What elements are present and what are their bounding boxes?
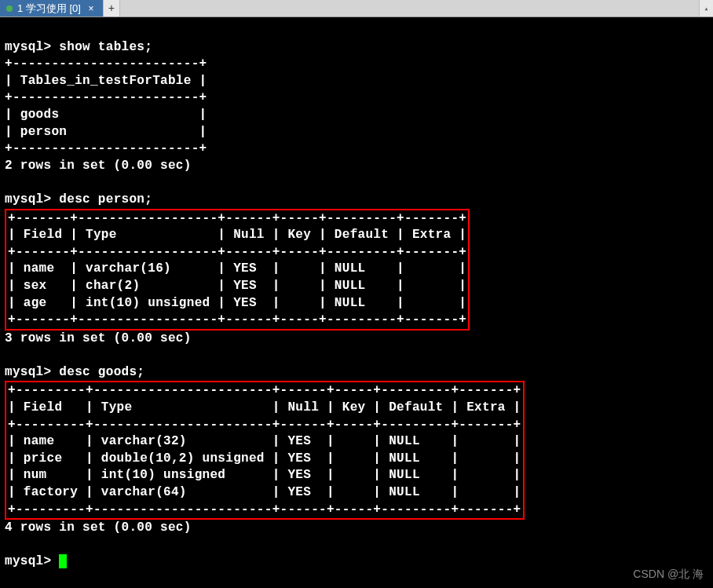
terminal-output[interactable]: mysql> show tables; +-------------------… bbox=[0, 17, 713, 575]
highlight-box-person: +-------+------------------+------+-----… bbox=[5, 209, 470, 331]
watermark: CSDN @北 海 bbox=[633, 568, 704, 582]
table-header: | Field | Type | Null | Key | Default | … bbox=[8, 228, 466, 242]
table-row: | age | int(10) unsigned | YES | | NULL … bbox=[8, 296, 466, 310]
table-header: | Field | Type | Null | Key | Default | … bbox=[8, 400, 521, 415]
result-summary: 2 rows in set (0.00 sec) bbox=[5, 159, 192, 173]
status-dot-icon bbox=[6, 5, 13, 12]
result-summary: 3 rows in set (0.00 sec) bbox=[5, 331, 192, 345]
table-row: | sex | char(2) | YES | | NULL | | bbox=[8, 279, 466, 293]
table-border: +------------------------+ bbox=[5, 90, 207, 104]
command-desc-goods: desc goods; bbox=[59, 365, 144, 379]
result-summary: 4 rows in set (0.00 sec) bbox=[5, 520, 192, 535]
table-border: +---------+-----------------------+-----… bbox=[8, 383, 521, 397]
table-border: +---------+-----------------------+-----… bbox=[8, 418, 521, 432]
table-row: | price | double(10,2) unsigned | YES | … bbox=[8, 451, 521, 466]
tab-label: 1 学习使用 [0] bbox=[17, 2, 81, 16]
table-border: +------------------------+ bbox=[5, 141, 207, 155]
scroll-up-icon[interactable]: ▴ bbox=[699, 0, 713, 16]
prompt: mysql> bbox=[5, 40, 51, 54]
table-row: | name | varchar(32) | YES | | NULL | | bbox=[8, 434, 521, 448]
table-row: | goods | bbox=[5, 108, 207, 122]
highlight-box-goods: +---------+-----------------------+-----… bbox=[5, 381, 525, 520]
prompt: mysql> bbox=[5, 192, 51, 206]
prompt: mysql> bbox=[5, 554, 51, 568]
table-border: +-------+------------------+------+-----… bbox=[8, 211, 466, 225]
table-row: | num | int(10) unsigned | YES | | NULL … bbox=[8, 468, 521, 482]
command-show-tables: show tables; bbox=[59, 40, 152, 54]
table-border: +-------+------------------+------+-----… bbox=[8, 245, 466, 259]
command-desc-person: desc person; bbox=[59, 192, 152, 206]
table-border: +---------+-----------------------+-----… bbox=[8, 502, 521, 517]
tab-active[interactable]: 1 学习使用 [0] × bbox=[0, 0, 103, 16]
close-icon[interactable]: × bbox=[86, 3, 97, 14]
table-row: | name | varchar(16) | YES | | NULL | | bbox=[8, 261, 466, 276]
add-tab-button[interactable]: + bbox=[103, 0, 120, 16]
prompt: mysql> bbox=[5, 365, 51, 379]
table-row: | person | bbox=[5, 125, 207, 139]
cursor-icon bbox=[59, 554, 67, 568]
table-border: +-------+------------------+------+-----… bbox=[8, 312, 466, 327]
tab-bar: 1 学习使用 [0] × + ▴ bbox=[0, 0, 713, 17]
table-row: | factory | varchar(64) | YES | | NULL |… bbox=[8, 485, 521, 499]
table-header: | Tables_in_testForTable | bbox=[5, 74, 207, 88]
table-border: +------------------------+ bbox=[5, 57, 207, 71]
